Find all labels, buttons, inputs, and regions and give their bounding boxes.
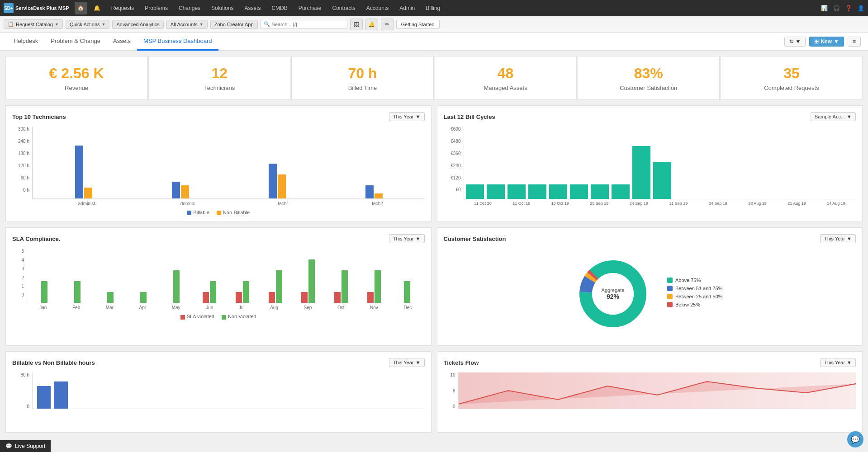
nav-cmdb[interactable]: CMDB — [267, 0, 292, 16]
notification-button[interactable]: 🔔 — [365, 19, 378, 30]
sla-aug-v — [269, 292, 275, 303]
legend-25-50-color — [667, 294, 673, 299]
tf-y-axis: 10 8 0 — [444, 372, 457, 409]
nav-problems[interactable]: Problems — [140, 0, 172, 16]
request-catalog-label: Request Catalog — [16, 22, 53, 27]
sla-legend: SLA violated Non Violated — [12, 314, 425, 319]
bar-aug21 — [632, 146, 650, 199]
tf-chevron: ▼ — [847, 360, 852, 365]
donut-container: Aggregate 92% Above 75% Between 51 and 7… — [444, 249, 856, 339]
nav-bell[interactable]: 🔔 — [89, 0, 105, 16]
bar-sep25 — [528, 184, 546, 199]
sla-aug-nv — [276, 270, 282, 303]
nav-contracts[interactable]: Contracts — [328, 0, 360, 16]
csat-chevron: ▼ — [847, 236, 852, 241]
bnb-chart-area: 80 h 0 — [12, 372, 425, 409]
sla-apr-nv — [140, 292, 147, 303]
advanced-analytics-label: Advanced Analytics — [116, 22, 159, 27]
nav-solutions[interactable]: Solutions — [207, 0, 238, 16]
sla-dec — [392, 281, 423, 303]
toolbar: 📋 Request Catalog ▼ Quick Actions ▼ Adva… — [0, 16, 868, 33]
bar-tech2-nonbillable — [375, 193, 383, 198]
screenshot-button[interactable]: 🖼 — [350, 19, 363, 30]
legend-51-75-color — [667, 286, 673, 291]
getting-started-button[interactable]: Getting Started — [396, 20, 440, 29]
menu-button[interactable]: ≡ — [848, 37, 861, 47]
tab-msp-dashboard[interactable]: MSP Business Dashboard — [137, 33, 218, 51]
chevron-down-icon2: ▼ — [102, 22, 106, 27]
help-icon[interactable]: ❓ — [845, 5, 852, 11]
advanced-analytics-button[interactable]: Advanced Analytics — [112, 20, 163, 29]
sla-jan — [29, 281, 60, 303]
refresh-button[interactable]: ↻ ▼ — [784, 37, 806, 47]
tf-area-chart — [459, 372, 856, 409]
request-catalog-button[interactable]: 📋 Request Catalog ▼ — [4, 19, 63, 29]
tab-helpdesk[interactable]: Helpdesk — [7, 33, 44, 51]
sla-may-nv — [173, 270, 180, 303]
last12-chart-area: €600 €480 €360 €240 €120 €0 — [444, 127, 856, 206]
home-button[interactable]: 🏠 — [75, 2, 87, 14]
headset-icon[interactable]: 🎧 — [833, 5, 840, 11]
nav-accounts[interactable]: Accounts — [362, 0, 393, 16]
new-button[interactable]: ⊞ New ▼ — [809, 37, 844, 47]
bar-domnic-billable — [172, 182, 180, 198]
chart-icon[interactable]: 📊 — [821, 5, 828, 11]
sla-oct — [326, 270, 357, 303]
last12-filter[interactable]: Sample Acc... ▼ — [811, 112, 856, 121]
stat-technicians: 12 Technicians — [148, 56, 290, 100]
user-icon[interactable]: 👤 — [858, 5, 864, 11]
search-input[interactable] — [272, 22, 344, 27]
new-chevron: ▼ — [834, 38, 839, 45]
legend-51-75: Between 51 and 75% — [667, 286, 723, 291]
tab-problem-change[interactable]: Problem & Change — [44, 33, 107, 51]
stat-completed-value: 35 — [728, 65, 855, 82]
bar-group-tech2 — [332, 185, 416, 198]
stat-revenue: € 2.56 K Revenue — [5, 56, 147, 100]
bar-admin-nonbillable — [84, 188, 92, 198]
bnb-bars — [33, 372, 425, 409]
sla-jun-nv — [210, 281, 216, 303]
quick-actions-label: Quick Actions — [70, 22, 100, 27]
nav-changes[interactable]: Changes — [174, 0, 205, 16]
top10-header: Top 10 Technicians This Year ▼ — [12, 112, 425, 121]
sla-may — [161, 270, 192, 303]
nav-requests[interactable]: Requests — [107, 0, 139, 16]
sla-compliance-card: SLA Compliance. This Year ▼ 5 4 3 2 1 0 — [5, 227, 432, 346]
zoho-creator-button[interactable]: Zoho Creator App — [210, 20, 258, 29]
nav-icons: 📊 🎧 ❓ 👤 — [821, 5, 864, 11]
tickets-flow-card: Tickets Flow This Year ▼ 10 8 0 — [437, 351, 863, 433]
bar-sep24 — [549, 184, 567, 199]
sla-sep-v — [301, 292, 308, 303]
technician-bars — [33, 127, 425, 199]
tf-line — [459, 381, 856, 404]
nav-billing[interactable]: Billing — [421, 0, 445, 16]
tf-title: Tickets Flow — [444, 359, 479, 366]
top10-filter[interactable]: This Year ▼ — [389, 112, 425, 121]
last12-title: Last 12 Bill Cycles — [444, 113, 495, 120]
quick-actions-button[interactable]: Quick Actions ▼ — [66, 20, 110, 29]
stat-assets-label: Managed Assets — [442, 85, 569, 91]
sla-nov-nv — [375, 270, 381, 303]
top10-title: Top 10 Technicians — [12, 113, 66, 120]
sla-filter[interactable]: This Year ▼ — [389, 234, 425, 243]
bnb-filter[interactable]: This Year ▼ — [389, 358, 425, 367]
nav-assets[interactable]: Assets — [240, 0, 265, 16]
nav-purchase[interactable]: Purchase — [294, 0, 326, 16]
sla-bars-wrapper — [27, 249, 425, 303]
sla-chevron: ▼ — [416, 236, 421, 241]
csat-filter[interactable]: This Year ▼ — [820, 234, 856, 243]
nonbillable-dot — [217, 211, 221, 215]
edit-button[interactable]: ✏ — [381, 19, 394, 30]
nav-admin[interactable]: Admin — [395, 0, 419, 16]
tf-filter[interactable]: This Year ▼ — [820, 358, 856, 367]
all-accounts-button[interactable]: All Accounts ▼ — [166, 20, 208, 29]
csat-header: Customer Satisfaction This Year ▼ — [444, 234, 856, 243]
tab-assets[interactable]: Assets — [107, 33, 137, 51]
sla-nonviolated-dot — [222, 315, 226, 320]
sla-jul-nv — [243, 281, 249, 303]
x-axis-bill-labels: 11 Oct 20 11 Oct 19 10 Oct 19 25 Sep 19 … — [464, 201, 856, 206]
bar-aug14 — [653, 162, 671, 199]
sla-jan-nv — [41, 281, 47, 303]
sla-feb — [62, 281, 93, 303]
stat-tech-label: Technicians — [156, 85, 283, 91]
